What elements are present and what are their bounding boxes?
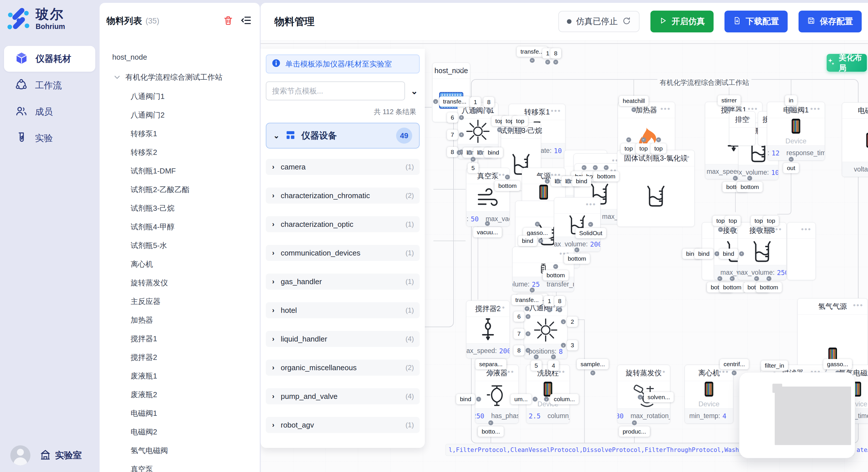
tree-item[interactable]: 试剂瓶3-己烷 — [100, 199, 260, 217]
port-chip[interactable]: 4› — [548, 361, 559, 371]
port-chip[interactable]: separa...› — [475, 359, 506, 369]
avatar[interactable] — [10, 445, 30, 465]
canvas-node[interactable]: ••• — [787, 222, 816, 280]
canvas-node[interactable]: 电磁阀2••• voltage:12 — [842, 102, 868, 177]
tree-item[interactable]: 搅拌器2 — [100, 348, 260, 367]
save-config-button[interactable]: 保存配置 — [799, 11, 862, 32]
port-chip[interactable]: bottom› — [564, 254, 590, 264]
port-chip[interactable]: 1› — [470, 97, 481, 107]
node-menu-icon[interactable]: ••• — [586, 200, 596, 209]
port-chip[interactable]: bind› — [719, 248, 738, 259]
port-chip[interactable]: bottom› — [543, 270, 569, 280]
collapse-panel-icon[interactable] — [241, 15, 252, 27]
category-row-organic_miscellaneous[interactable]: › organic_miscellaneous (2) — [266, 360, 420, 376]
port-chip[interactable]: 8› — [447, 147, 458, 157]
node-menu-icon[interactable]: ••• — [656, 367, 666, 376]
tree-item[interactable]: 氢气电磁阀 — [100, 441, 260, 460]
trash-icon[interactable] — [223, 15, 234, 27]
port-chip[interactable]: transfe...› — [512, 295, 542, 305]
canvas-node[interactable]: 固体试剂瓶3-氯化镁••• — [617, 150, 694, 227]
port-chip[interactable]: bind› — [484, 147, 503, 158]
port-chip[interactable]: bottom› — [719, 282, 745, 293]
node-menu-icon[interactable]: ••• — [741, 114, 751, 123]
port-chip[interactable]: 1› — [544, 296, 555, 306]
port-chip[interactable]: 8› — [550, 48, 561, 59]
tree-item[interactable]: 离心机 — [100, 255, 260, 274]
port-chip[interactable]: bottom› — [737, 182, 763, 192]
category-row-characterization_optic[interactable]: › characterization_optic (1) — [266, 216, 420, 232]
tree-item[interactable]: 八通阀门1 — [100, 87, 260, 106]
tree-item[interactable]: 加热器 — [100, 311, 260, 330]
port-chip[interactable]: top› — [763, 216, 779, 226]
tree-item[interactable]: 电磁阀1 — [100, 404, 260, 423]
port-chip[interactable]: bottom› — [593, 171, 619, 181]
search-template-input[interactable] — [266, 81, 405, 100]
category-row-pump_and_valve[interactable]: › pump_and_valve (4) — [266, 388, 420, 404]
tree-item[interactable]: 转移泵2 — [100, 143, 260, 162]
port-chip[interactable]: filter_in› — [761, 361, 788, 371]
port-chip[interactable]: 7› — [514, 329, 524, 339]
port-chip[interactable]: centrif...› — [720, 359, 749, 369]
port-chip[interactable]: sample...› — [577, 359, 609, 369]
port-chip[interactable]: 7› — [447, 130, 458, 140]
tree-item[interactable]: 试剂瓶5-水 — [100, 236, 260, 255]
port-chip[interactable]: in› — [785, 95, 797, 105]
canvas-node[interactable]: 接收瓶3••• max_volume:250 — [738, 222, 786, 280]
port-chip[interactable]: bind› — [694, 248, 713, 259]
port-chip[interactable]: 5› — [468, 163, 478, 173]
category-row-hotel[interactable]: › hotel (1) — [266, 302, 420, 318]
tree-item[interactable]: 废液瓶2 — [100, 385, 260, 404]
port-chip[interactable]: heatchill› — [619, 96, 648, 106]
tree-item[interactable]: 试剂瓶2-乙酸乙酯 — [100, 180, 260, 199]
node-menu-icon[interactable]: ••• — [526, 125, 537, 134]
refresh-icon[interactable] — [622, 16, 631, 26]
lab-switcher[interactable]: 实验室 — [40, 449, 82, 462]
port-chip[interactable]: gasso...› — [823, 359, 852, 369]
node-menu-icon[interactable]: ••• — [551, 106, 561, 115]
port-chip[interactable]: um...› — [510, 394, 532, 404]
node-menu-icon[interactable]: ••• — [456, 65, 466, 74]
port-chip[interactable]: colum...› — [550, 394, 579, 404]
port-chip[interactable]: vacuu...› — [473, 227, 502, 237]
node-menu-icon[interactable]: ••• — [660, 104, 671, 113]
tree-item[interactable]: 试剂瓶1-DMF — [100, 162, 260, 180]
port-chip[interactable]: botto...› — [478, 427, 504, 437]
canvas-node[interactable]: ••• max_volume:2000 — [554, 197, 600, 252]
tree-item[interactable]: 主反应器 — [100, 292, 260, 311]
tree-item[interactable]: 真空泵 — [100, 460, 260, 472]
canvas-node[interactable]: 电磁阀1••• Devicevoltage:12response_time:0.… — [767, 102, 825, 161]
port-chip[interactable]: transfe...› — [439, 96, 470, 107]
node-menu-icon[interactable]: ••• — [495, 303, 505, 312]
category-row-gas_handler[interactable]: › gas_handler (1) — [266, 274, 420, 290]
tree-item[interactable]: 八通阀门2 — [100, 106, 260, 125]
port-chip[interactable]: bind› — [572, 176, 591, 187]
tree-item[interactable]: 旋转蒸发仪 — [100, 274, 260, 292]
port-chip[interactable]: 8› — [514, 345, 524, 356]
beautify-layout-button[interactable]: 美化布局 — [827, 54, 867, 72]
port-chip[interactable]: bind› — [518, 236, 537, 246]
port-chip[interactable]: bottom› — [756, 282, 782, 293]
port-chip[interactable]: top› — [621, 143, 637, 154]
category-row-communication_devices[interactable]: › communication_devices (1) — [266, 245, 420, 261]
tree-item-root[interactable]: host_node — [100, 47, 260, 67]
category-row-liquid_handler[interactable]: › liquid_handler (4) — [266, 331, 420, 347]
port-chip[interactable]: bottom› — [495, 181, 520, 191]
tree-item[interactable]: 电磁阀2 — [100, 423, 260, 441]
canvas-node[interactable]: 搅拌器2••• max_speed:2000 — [466, 301, 510, 359]
node-menu-icon[interactable]: ••• — [801, 225, 811, 234]
port-chip[interactable]: stirrer› — [718, 95, 741, 105]
node-menu-icon[interactable]: ••• — [853, 301, 863, 310]
port-chip[interactable]: 6› — [447, 112, 458, 123]
tree-item[interactable]: 转移泵1 — [100, 125, 260, 143]
port-chip[interactable]: 2› — [567, 316, 578, 327]
port-chip[interactable]: bind› — [456, 394, 475, 404]
tree-item[interactable]: 搅拌器1 — [100, 330, 260, 348]
port-chip[interactable]: 8› — [554, 296, 565, 306]
port-chip[interactable]: 3› — [567, 340, 578, 350]
port-chip[interactable]: out› — [783, 163, 799, 173]
port-chip[interactable]: solven...› — [644, 392, 674, 402]
collapse-palette-icon[interactable]: ⌄ — [411, 86, 420, 96]
canvas-node[interactable]: ••• max_volume:25transfer_rate:10 — [513, 247, 574, 292]
tree-item[interactable]: 废液瓶1 — [100, 367, 260, 385]
tree-group[interactable]: 有机化学流程综合测试工作站 — [100, 67, 260, 87]
